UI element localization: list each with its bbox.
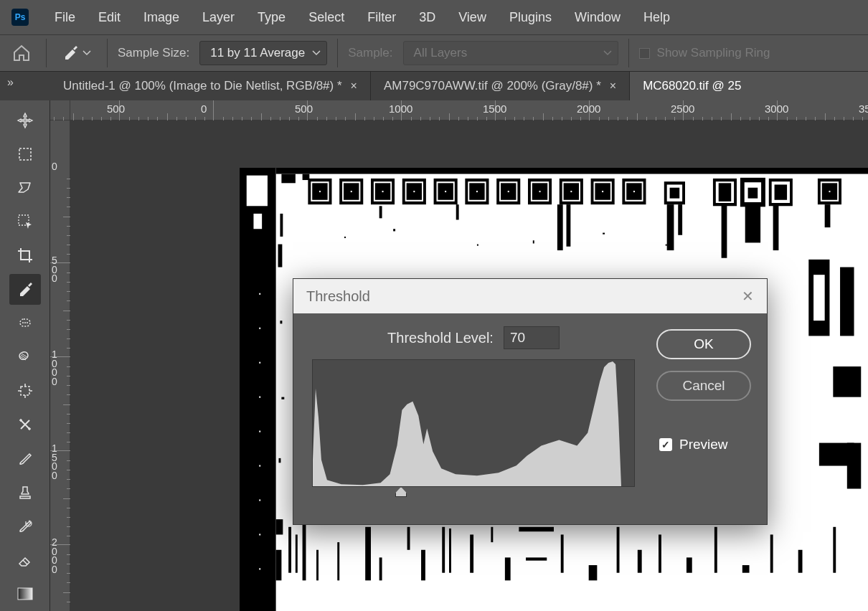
menu-edit[interactable]: Edit: [87, 6, 132, 29]
svg-rect-67: [828, 189, 832, 194]
sample-label: Sample:: [348, 46, 392, 60]
threshold-level-input[interactable]: [504, 326, 560, 349]
close-icon[interactable]: ✕: [742, 288, 754, 305]
svg-rect-35: [412, 189, 416, 194]
svg-rect-89: [258, 394, 262, 399]
current-tool-dropdown[interactable]: [57, 42, 97, 64]
menu-file[interactable]: File: [43, 6, 87, 29]
threshold-dialog: Threshold ✕ Threshold Level: OK Canc: [293, 278, 768, 525]
options-bar: Sample Size: 11 by 11 Average Sample: Al…: [0, 34, 868, 72]
svg-rect-118: [365, 527, 371, 581]
close-icon[interactable]: ×: [610, 80, 616, 93]
expand-panels-button[interactable]: »: [0, 72, 50, 100]
brush-tool[interactable]: [9, 443, 41, 474]
marquee-tool[interactable]: [9, 138, 41, 169]
sample-value: All Layers: [414, 46, 468, 60]
menu-view[interactable]: View: [447, 6, 498, 29]
svg-rect-149: [666, 245, 667, 246]
svg-rect-148: [603, 233, 605, 235]
svg-rect-68: [557, 204, 563, 250]
svg-line-8: [22, 354, 27, 357]
ruler-horizontal[interactable]: 50005001000150020002500300035: [70, 100, 868, 120]
svg-rect-128: [526, 557, 547, 560]
divider: [46, 39, 47, 67]
svg-rect-135: [714, 527, 717, 573]
cancel-button[interactable]: Cancel: [656, 371, 751, 401]
threshold-slider[interactable]: [312, 487, 635, 501]
dialog-titlebar[interactable]: Threshold ✕: [293, 279, 767, 313]
svg-rect-101: [258, 532, 262, 536]
menu-image[interactable]: Image: [132, 6, 191, 29]
svg-rect-136: [742, 565, 750, 573]
preview-label: Preview: [679, 437, 728, 453]
svg-rect-121: [421, 550, 425, 581]
ok-button[interactable]: OK: [656, 329, 751, 359]
home-button[interactable]: [7, 40, 36, 66]
svg-rect-75: [825, 204, 831, 227]
document-tab-label: MC68020.tif @ 25: [643, 79, 741, 93]
menu-plugins[interactable]: Plugins: [498, 6, 563, 29]
menu-window[interactable]: Window: [563, 6, 632, 29]
svg-rect-119: [379, 557, 382, 580]
swap-tool[interactable]: [9, 409, 41, 440]
svg-point-3: [22, 322, 24, 323]
svg-rect-0: [19, 148, 31, 160]
history-brush-tool[interactable]: [9, 511, 41, 541]
threshold-slider-thumb[interactable]: [395, 487, 407, 497]
svg-rect-142: [276, 519, 283, 534]
svg-rect-60: [720, 184, 730, 199]
svg-point-4: [24, 322, 26, 323]
move-tool[interactable]: [9, 105, 41, 136]
svg-rect-53: [600, 189, 605, 194]
svg-rect-29: [349, 189, 354, 194]
stamp-tool[interactable]: [9, 477, 41, 508]
eraser-tool[interactable]: [9, 545, 41, 576]
gradient-tool[interactable]: [9, 579, 41, 610]
chevron-down-icon: [82, 50, 91, 56]
menu-help[interactable]: Help: [632, 6, 681, 29]
menu-filter[interactable]: Filter: [356, 6, 407, 29]
svg-rect-104: [258, 567, 262, 571]
chevron-down-icon: [603, 50, 612, 56]
svg-rect-146: [477, 245, 478, 246]
svg-rect-109: [840, 267, 854, 336]
eyedropper-tool[interactable]: [9, 274, 41, 305]
svg-rect-58: [671, 189, 679, 197]
svg-rect-144: [344, 237, 346, 238]
checkbox: [639, 48, 650, 59]
svg-rect-26: [318, 189, 322, 194]
crop-tool[interactable]: [9, 240, 41, 271]
svg-rect-106: [255, 598, 265, 609]
svg-rect-123: [449, 529, 451, 573]
healing-brush-tool[interactable]: [9, 308, 41, 338]
chip-tool[interactable]: [9, 376, 41, 407]
show-sampling-ring: Show Sampling Ring: [639, 46, 770, 60]
histogram: [312, 359, 635, 487]
svg-rect-73: [745, 204, 760, 242]
quick-select-tool[interactable]: [9, 207, 41, 237]
svg-point-5: [27, 322, 28, 323]
document-tab[interactable]: MC68020.tif @ 25: [630, 72, 868, 100]
sample-size-dropdown[interactable]: 11 by 11 Average: [199, 41, 327, 65]
svg-rect-50: [569, 189, 573, 194]
svg-rect-19: [247, 176, 268, 207]
menu-select[interactable]: Select: [297, 6, 356, 29]
svg-rect-69: [567, 204, 571, 247]
svg-rect-147: [533, 240, 534, 243]
lasso-tool[interactable]: [9, 172, 41, 203]
threshold-level-label: Threshold Level:: [387, 330, 494, 346]
svg-line-7: [21, 355, 27, 359]
menu-layer[interactable]: Layer: [191, 6, 246, 29]
menu-3d[interactable]: 3D: [407, 6, 447, 29]
menu-type[interactable]: Type: [246, 6, 297, 29]
clone-brush-tool[interactable]: [9, 341, 41, 372]
svg-rect-126: [505, 557, 511, 580]
document-tab[interactable]: Untitled-1 @ 100% (Image to Die Netlist,…: [50, 72, 371, 100]
svg-rect-76: [456, 204, 459, 219]
svg-rect-38: [443, 189, 448, 194]
svg-rect-152: [279, 458, 281, 463]
close-icon[interactable]: ×: [351, 80, 357, 93]
document-tab[interactable]: AM79C970AWW.tif @ 200% (Gray/8#) * ×: [371, 72, 630, 100]
preview-checkbox[interactable]: ✓: [659, 438, 672, 451]
ruler-vertical[interactable]: 0500100015002000: [50, 120, 70, 611]
